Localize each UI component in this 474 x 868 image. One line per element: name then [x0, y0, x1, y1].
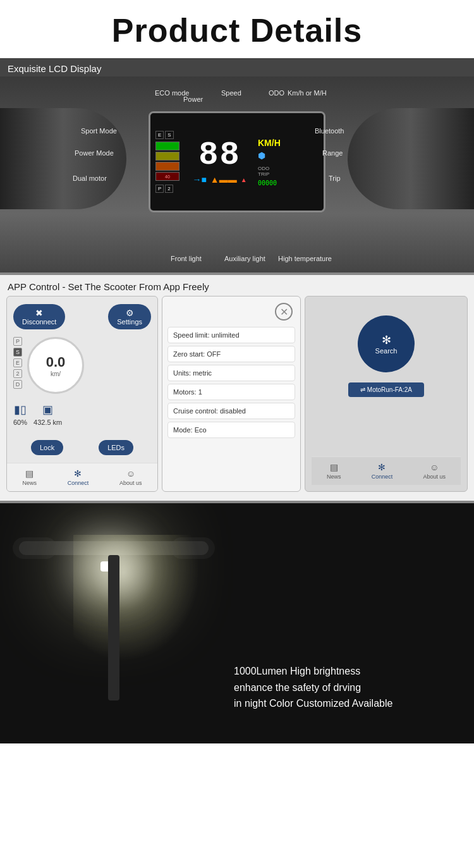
disconnect-icon: ✖: [22, 308, 56, 318]
ann-range: Range: [322, 149, 343, 157]
ann-dual-motor: Dual motor: [73, 174, 107, 182]
lock-button[interactable]: Lock: [31, 440, 63, 455]
section-lcd-label: Exquisite LCD Display: [0, 58, 474, 76]
app-phone-left: ✖ Disconnect ⚙ Settings P S E 2 D 0.0: [6, 296, 158, 492]
page-title: Product Details: [6, 11, 468, 49]
mode-s: S: [13, 348, 22, 357]
speed-value: 0.0: [46, 354, 66, 370]
speed-circle: 0.0 km/: [27, 337, 84, 394]
settings-button[interactable]: ⚙ Settings: [108, 304, 151, 329]
lcd-kmh-label: KM/H: [258, 138, 281, 148]
setting-speed-limit[interactable]: Speed limit: unlimited: [167, 327, 295, 343]
scooter-light-image: [0, 510, 228, 724]
connect-icon-right: ✻: [378, 462, 386, 472]
stem: [108, 555, 119, 700]
lcd-bar-2: [155, 152, 179, 161]
mode-d: D: [13, 380, 22, 389]
handlebar-h: [19, 541, 209, 555]
news-icon-right: ▤: [330, 462, 338, 472]
mode-2: 2: [13, 369, 22, 378]
bottom-nav-left: ▤ News ✻ Connect ☺ About us: [7, 463, 157, 491]
nav-about-right[interactable]: ☺ About us: [423, 462, 446, 480]
nav-connect-left[interactable]: ✻ Connect: [68, 468, 89, 486]
ann-power-mode: Power Mode: [75, 149, 114, 157]
app-phone-right: ✻ Search ⇌ MotoRun-FA:2A ▤ News ✻ Connec…: [305, 296, 468, 492]
section-light: 1000Lumen High brightness enhance the sa…: [0, 503, 474, 743]
ann-power: Power: [183, 95, 203, 103]
lcd-odo-label: ODOTRIP: [258, 166, 269, 177]
battery-icon: ▮▯: [14, 403, 27, 417]
mode-p: P: [13, 337, 22, 346]
setting-mode[interactable]: Mode: Eco: [167, 422, 295, 438]
lcd-right-panel: KM/H ⬢ ODOTRIP 00000: [255, 118, 319, 205]
close-row: ✕: [162, 296, 300, 324]
ann-aux-light: Auxiliary light: [224, 255, 265, 262]
page-header: Product Details: [0, 0, 474, 58]
nav-about-left[interactable]: ☺ About us: [119, 468, 142, 486]
connect-icon-left: ✻: [74, 468, 82, 479]
lcd-speed-digits: 88: [198, 139, 240, 172]
ann-bluetooth: Bluetooth: [315, 127, 344, 135]
lcd-left-panel: E S 40 P 2: [155, 118, 184, 205]
setting-zero-start[interactable]: Zero start: OFF: [167, 346, 295, 362]
bluetooth-search-icon: ✻: [382, 333, 391, 347]
handlebar-right: [348, 108, 474, 209]
speed-unit: km/: [51, 370, 61, 377]
lcd-bar-1: [155, 142, 179, 150]
lcd-bluetooth-icon: ⬢: [258, 150, 265, 161]
light-text-line2: enhance the safety of drving: [234, 680, 461, 696]
distance-stat: ▣ 432.5 km: [33, 403, 62, 426]
app-bottom-buttons: Lock LEDs: [7, 432, 157, 463]
ann-odo: ODO: [269, 89, 284, 97]
battery-pct: 60%: [13, 419, 27, 426]
setting-units[interactable]: Units: metric: [167, 365, 295, 381]
handlebar-left: [0, 108, 126, 209]
light-text-line3: in night Color Customized Available: [234, 695, 461, 712]
ann-front-light: Front light: [171, 255, 202, 262]
about-icon-left: ☺: [126, 468, 135, 479]
ann-kmh: Km/h or M/H: [288, 89, 327, 97]
disconnect-button[interactable]: ✖ Disconnect: [13, 304, 65, 329]
scooter-silhouette: [13, 522, 215, 712]
odometer-icon: ▣: [42, 403, 53, 417]
search-label: Search: [375, 347, 398, 355]
bottom-nav-right: ▤ News ✻ Connect ☺ About us: [312, 456, 461, 485]
nav-connect-right[interactable]: ✻ Connect: [372, 462, 393, 480]
lcd-speed-area: 88 →■ ▲▬▬ ▲: [184, 139, 255, 185]
close-button[interactable]: ✕: [275, 303, 293, 321]
setting-motors[interactable]: Motors: 1: [167, 384, 295, 400]
light-text-area: 1000Lumen High brightness enhance the sa…: [228, 651, 474, 724]
leds-button[interactable]: LEDs: [99, 440, 133, 455]
app-phone-mid: ✕ Speed limit: unlimited Zero start: OFF…: [162, 296, 301, 492]
settings-list: Speed limit: unlimited Zero start: OFF U…: [162, 324, 300, 441]
ann-high-temp: High temperature: [278, 255, 332, 262]
lcd-bar-3: [155, 162, 179, 171]
device-icon: ⇌: [360, 386, 367, 393]
lcd-bar-4: 40: [155, 172, 179, 181]
ann-sport-mode: Sport Mode: [81, 127, 117, 135]
app-stats-row: ▮▯ 60% ▣ 432.5 km: [7, 396, 157, 432]
setting-cruise[interactable]: Cruise control: disabled: [167, 403, 295, 419]
search-circle[interactable]: ✻ Search: [358, 315, 415, 372]
settings-icon: ⚙: [117, 308, 142, 318]
distance-val: 432.5 km: [33, 419, 62, 426]
lcd-small-digits: 00000: [258, 180, 277, 186]
ann-trip: Trip: [329, 174, 341, 182]
ann-speed: Speed: [221, 89, 241, 97]
mode-speed-row: P S E 2 D 0.0 km/: [7, 334, 157, 396]
section-app-label: APP Control - Set The Scooter From App F…: [0, 275, 474, 296]
app-top-buttons: ✖ Disconnect ⚙ Settings: [7, 296, 157, 334]
app-area: ✖ Disconnect ⚙ Settings P S E 2 D 0.0: [0, 296, 474, 501]
mode-indicators: P S E 2 D: [13, 337, 22, 394]
nav-news-right[interactable]: ▤ News: [327, 462, 341, 480]
device-name: MotoRun-FA:2A: [367, 386, 412, 393]
device-connect-button[interactable]: ⇌ MotoRun-FA:2A: [348, 382, 424, 397]
battery-stat: ▮▯ 60%: [13, 403, 27, 426]
mode-e: E: [13, 358, 22, 367]
section-app: APP Control - Set The Scooter From App F…: [0, 275, 474, 501]
light-text-line1: 1000Lumen High brightness: [234, 663, 461, 680]
nav-news-left[interactable]: ▤ News: [22, 468, 37, 486]
about-icon-right: ☺: [430, 462, 439, 472]
section-lcd: Exquisite LCD Display E S 40 P: [0, 58, 474, 272]
lcd-image-area: E S 40 P 2 88 →■: [0, 76, 474, 272]
